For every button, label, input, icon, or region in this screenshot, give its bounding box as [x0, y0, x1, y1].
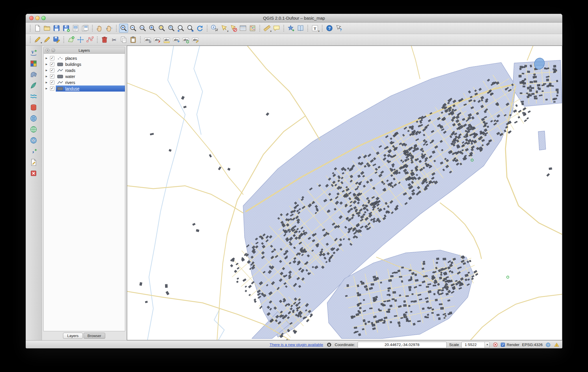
select-features-dropdown-arrow[interactable]: ▼	[227, 30, 229, 33]
layer-label-area[interactable]: places	[56, 55, 125, 61]
crs-status-button[interactable]	[545, 342, 551, 348]
layer-row-rivers[interactable]: ▶✓rivers	[44, 79, 125, 85]
render-checkbox[interactable]: ✓	[501, 343, 505, 347]
text-annotation-button[interactable]: T▼	[310, 24, 319, 33]
expand-arrow-icon[interactable]: ▶	[46, 57, 49, 59]
add-oracle-layer-button[interactable]	[29, 103, 38, 112]
expand-arrow-icon[interactable]: ▶	[46, 75, 49, 78]
zoom-in-button[interactable]	[119, 24, 128, 33]
current-edits-dropdown-arrow[interactable]: ▼	[40, 42, 42, 44]
close-window-button[interactable]	[29, 16, 34, 20]
layers-panel-header[interactable]: ✕ ◱ Layers	[43, 47, 125, 54]
scale-dropdown-arrow[interactable]: ▼	[485, 342, 489, 348]
cut-features-button[interactable]: ✂	[110, 35, 119, 44]
add-wfs-layer-button[interactable]: V	[29, 136, 38, 145]
map-canvas[interactable]	[127, 46, 562, 340]
add-mssql-layer-button[interactable]	[29, 92, 38, 101]
layer-label-area[interactable]: buildings	[56, 61, 125, 67]
layer-label-area[interactable]: rivers	[56, 79, 125, 85]
label-highlight-button[interactable]: abc	[162, 35, 171, 44]
paste-features-button[interactable]	[129, 35, 138, 44]
render-checkbox-group[interactable]: ✓ Render	[501, 343, 519, 347]
pan-to-selection-button[interactable]	[105, 24, 114, 33]
stop-render-icon[interactable]	[492, 342, 498, 348]
save-project-button[interactable]	[52, 24, 61, 33]
open-project-button[interactable]	[42, 24, 51, 33]
composer-manager-button[interactable]	[81, 24, 90, 33]
expand-arrow-icon[interactable]: ▶	[46, 87, 49, 90]
whats-this-button[interactable]: ?	[334, 24, 343, 33]
expand-arrow-icon[interactable]: ▶	[46, 69, 49, 72]
layer-row-buildings[interactable]: ▶✓buildings	[44, 61, 125, 67]
new-plugin-link[interactable]: There is a new plugin available	[269, 343, 323, 347]
new-project-button[interactable]	[33, 24, 42, 33]
layer-row-roads[interactable]: ▶✓roads	[44, 67, 125, 73]
expand-arrow-icon[interactable]: ▶	[46, 63, 49, 66]
add-postgis-layer-button[interactable]	[29, 70, 38, 79]
measure-line-button[interactable]: ▼	[262, 24, 271, 33]
add-spatialite-layer-button[interactable]	[29, 81, 38, 90]
layer-visibility-checkbox[interactable]: ✓	[50, 86, 54, 91]
layer-label-area[interactable]: water	[56, 73, 125, 79]
copy-features-button[interactable]	[119, 35, 128, 44]
tab-layers[interactable]: Layers	[63, 333, 82, 339]
new-shapefile-layer-button[interactable]	[29, 158, 38, 167]
plugin-icon[interactable]	[326, 342, 332, 348]
identify-features-button[interactable]: i	[210, 24, 219, 33]
new-bookmark-button[interactable]	[286, 24, 295, 33]
add-feature-button[interactable]	[66, 35, 75, 44]
text-annotation-dropdown-arrow[interactable]: ▼	[318, 30, 320, 33]
layer-visibility-checkbox[interactable]: ✓	[50, 74, 54, 79]
select-features-button[interactable]: ▼	[219, 24, 228, 33]
remove-layer-button[interactable]	[29, 169, 38, 178]
delete-selected-button[interactable]	[100, 35, 109, 44]
move-feature-button[interactable]	[76, 35, 85, 44]
layer-visibility-checkbox[interactable]: ✓	[50, 56, 54, 60]
zoom-last-button[interactable]	[176, 24, 185, 33]
add-delimited-text-layer-button[interactable]: ,	[29, 147, 38, 156]
save-layer-edits-button[interactable]	[52, 35, 61, 44]
zoom-native-button[interactable]: 1:1	[138, 24, 147, 33]
layer-row-landuse[interactable]: ▶✓landuse	[44, 85, 125, 92]
layer-labeling-options-button[interactable]: abc	[143, 35, 152, 44]
new-print-composer-button[interactable]	[71, 24, 80, 33]
zoom-window-button[interactable]	[41, 16, 46, 20]
zoom-full-button[interactable]	[148, 24, 157, 33]
measure-line-dropdown-arrow[interactable]: ▼	[270, 30, 272, 33]
label-pin-button[interactable]: abc	[153, 35, 162, 44]
zoom-next-button[interactable]	[186, 24, 195, 33]
label-move-button[interactable]: abc	[172, 35, 181, 44]
deselect-features-button[interactable]	[229, 24, 238, 33]
current-edits-button[interactable]: ▼	[33, 35, 42, 44]
label-properties-button[interactable]: abc	[191, 35, 200, 44]
zoom-out-button[interactable]	[129, 24, 138, 33]
field-calculator-button[interactable]	[248, 24, 257, 33]
add-raster-layer-button[interactable]	[29, 59, 38, 68]
titlebar[interactable]: QGIS 2.0.1-Dufour – basic_map	[26, 14, 562, 23]
layer-row-water[interactable]: ▶✓water	[44, 73, 125, 79]
layer-visibility-checkbox[interactable]: ✓	[50, 80, 54, 85]
open-attribute-table-button[interactable]	[238, 24, 247, 33]
map-tips-button[interactable]	[272, 24, 281, 33]
toggle-editing-button[interactable]	[42, 35, 51, 44]
refresh-map-button[interactable]	[195, 24, 204, 33]
add-wms-layer-button[interactable]	[29, 114, 38, 123]
layer-row-places[interactable]: ▶✓places	[44, 55, 125, 61]
tab-browser[interactable]: Browser	[84, 333, 106, 339]
pan-map-button[interactable]	[95, 24, 104, 33]
show-bookmarks-button[interactable]	[296, 24, 305, 33]
label-rotate-button[interactable]: abc	[181, 35, 190, 44]
help-contents-button[interactable]: ?	[325, 24, 334, 33]
zoom-to-layer-button[interactable]	[167, 24, 176, 33]
scale-combobox[interactable]: 1:5522 ▼	[461, 342, 490, 348]
add-vector-layer-button[interactable]: V	[29, 48, 38, 57]
node-tool-button[interactable]	[86, 35, 95, 44]
add-wcs-layer-button[interactable]	[29, 125, 38, 134]
messages-button[interactable]: !	[554, 342, 559, 348]
layer-visibility-checkbox[interactable]: ✓	[50, 62, 54, 66]
save-project-as-button[interactable]	[62, 24, 71, 33]
layer-label-area[interactable]: roads	[56, 67, 125, 73]
minimize-window-button[interactable]	[35, 16, 40, 20]
expand-arrow-icon[interactable]: ▶	[46, 81, 49, 84]
zoom-to-selection-button[interactable]	[157, 24, 166, 33]
